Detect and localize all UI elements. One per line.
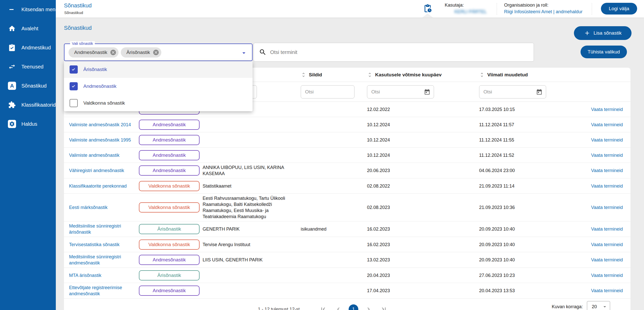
cell-owner: LIIS USIN, GENERTH PARIK — [203, 257, 301, 263]
cell-adopted-date: 10.12.2024 — [367, 122, 479, 128]
view-terms-link[interactable]: Vaata termineid — [591, 107, 623, 112]
dictionary-name-link[interactable]: Tervisestatistika sõnastik — [69, 242, 120, 247]
dropdown-caret-icon[interactable] — [240, 49, 247, 57]
next-page-icon[interactable] — [365, 306, 372, 310]
cell-modified-date: 20.09.2023 10:40 — [479, 242, 551, 248]
cell-action: Vaata termineid — [551, 152, 630, 158]
current-page-button[interactable]: 1 — [349, 304, 358, 310]
cell-adopted-date: 20.06.2023 — [367, 167, 479, 174]
cell-action: Vaata termineid — [551, 183, 630, 189]
dictionary-name-link[interactable]: Eesti märksõnastik — [69, 205, 108, 210]
selected-chip[interactable]: Ärisõnastik — [121, 47, 161, 58]
logout-button[interactable]: Logi välja — [601, 3, 637, 15]
cell-name: Vähiregistri andmesõnastik — [69, 167, 138, 174]
view-terms-link[interactable]: Vaata termineid — [591, 242, 623, 247]
calendar-icon[interactable] — [536, 89, 543, 95]
checkbox-checked-icon[interactable] — [70, 82, 78, 90]
pending-actions-icon[interactable] — [423, 4, 432, 13]
chip-remove-icon[interactable] — [153, 49, 159, 56]
column-header-label: Kasutusele võtmise kuupäev — [375, 72, 442, 78]
search-icon — [259, 48, 267, 56]
cell-type: Valdkonna sõnastik — [138, 202, 203, 213]
view-terms-link[interactable]: Vaata termineid — [591, 122, 623, 127]
checkbox-checked-icon[interactable] — [70, 65, 78, 74]
cell-owner: Eesti Rahvusraamatukogu, Tartu Ülikooli … — [203, 195, 301, 220]
sidebar-item-andmestikud[interactable]: Andmestikud — [0, 41, 56, 54]
dictionary-name-link[interactable]: Meditsiinilise sünniregistri ärisõnastik — [69, 223, 121, 235]
cell-name: Valimiste andmesõnastik 1995 — [69, 137, 138, 143]
dictionary-name-link[interactable]: Ettevõtjate registreerimise andmesõnasti… — [69, 285, 122, 296]
previous-page-icon[interactable] — [335, 306, 342, 310]
view-terms-link[interactable]: Vaata termineid — [591, 168, 623, 173]
cell-type: Andmesõnastik — [138, 120, 203, 130]
view-terms-link[interactable]: Vaata termineid — [591, 227, 623, 232]
last-page-icon[interactable] — [380, 306, 387, 310]
type-badge: Valdkonna sõnastik — [139, 181, 200, 191]
cell-modified-date: 11.12.2024 11:57 — [479, 122, 551, 128]
view-terms-link[interactable]: Vaata termineid — [591, 288, 623, 293]
selected-chip[interactable]: Andmesõnastik — [69, 47, 119, 58]
filter-input-tags[interactable] — [301, 85, 354, 98]
sort-icon — [479, 72, 485, 78]
dictionary-name-link[interactable]: Valimiste andmesõnastik 2014 — [69, 122, 131, 127]
view-terms-link[interactable]: Vaata termineid — [591, 257, 623, 262]
cell-action: Vaata termineid — [551, 167, 630, 174]
per-page-select[interactable]: 20 — [587, 301, 610, 310]
dropdown-option--ris-nastik[interactable]: Ärisõnastik — [64, 61, 253, 78]
dictionary-name-link[interactable]: MTA ärisõnastik — [69, 273, 101, 278]
user-name: KERLI PÄRTEL — [445, 9, 487, 15]
chip-remove-icon[interactable] — [110, 49, 116, 56]
dictionary-name-link[interactable]: Valimiste andmesõnastik 1995 — [69, 137, 131, 143]
collapse-menu-icon — [8, 6, 16, 13]
cell-type: Andmesõnastik — [138, 150, 203, 160]
dictionary-name-link[interactable]: Vähiregistri andmesõnastik — [69, 168, 124, 173]
calendar-icon[interactable] — [424, 89, 430, 95]
first-page-icon[interactable] — [320, 306, 327, 310]
checkbox-unchecked-icon[interactable] — [70, 99, 78, 107]
pagination-row: 1 - 12 tulemust 12-st 1 Kuvan korraga: 2… — [64, 299, 630, 310]
view-terms-link[interactable]: Vaata termineid — [591, 184, 623, 189]
type-badge: Andmesõnastik — [139, 135, 200, 145]
cell-adopted-date: 16.02.2023 — [367, 242, 479, 248]
org-label: Organisatsioon ja roll: — [504, 3, 583, 8]
dropdown-option-valdkonna-s-nastik[interactable]: Valdkonna sõnastik — [64, 95, 253, 111]
dictionary-multiselect[interactable]: Vali sõnastik AndmesõnastikÄrisõnastik — [64, 44, 253, 61]
dropdown-option-andmes-nastik[interactable]: Andmesõnastik — [64, 78, 253, 95]
view-terms-link[interactable]: Vaata termineid — [591, 153, 623, 158]
add-dictionary-button[interactable]: Lisa sõnastik — [574, 26, 632, 40]
column-header-viimati[interactable]: Viimati muudetud — [479, 72, 551, 78]
column-header-sildid[interactable]: Sildid — [301, 72, 367, 78]
table-body: Andmesõnastik12.02.202217.03.2025 10:15V… — [64, 102, 630, 299]
column-header-label: Viimati muudetud — [487, 72, 528, 78]
dictionary-name-link[interactable]: Valimiste andmesõnastik — [69, 153, 120, 158]
cell-type: Andmesõnastik — [138, 286, 203, 296]
cell-action: Vaata termineid — [551, 226, 630, 232]
type-badge: Ärisõnastik — [139, 224, 200, 234]
column-header-kasutusele[interactable]: Kasutusele võtmise kuupäev — [367, 72, 479, 78]
dictionary-name-link[interactable]: Klassifikaatorite perekonnad — [69, 184, 127, 189]
sidebar-item-s-nastikud[interactable]: ASõnastikud — [0, 79, 56, 92]
sort-icon — [301, 72, 306, 78]
table-row: Eesti märksõnastikValdkonna sõnastikEest… — [64, 194, 630, 221]
view-terms-link[interactable]: Vaata termineid — [591, 273, 623, 278]
clear-selection-button[interactable]: Tühista valikud — [581, 46, 627, 58]
chip-label: Ärisõnastik — [126, 50, 150, 55]
search-input[interactable] — [270, 49, 520, 55]
chip-label: Andmesõnastik — [74, 50, 107, 55]
cell-adopted-date: 16.02.2023 — [367, 226, 479, 232]
sidebar-item-avaleht[interactable]: Avaleht — [0, 22, 56, 35]
topbar: Sõnastikud Sõnastikud Kasutaja: KERLI PÄ… — [56, 0, 644, 18]
cell-owner: Tervise Arengu Instituut — [203, 242, 301, 248]
sidebar-item-haldus[interactable]: Haldus — [0, 117, 56, 131]
dictionary-name-link[interactable]: Meditsiinilise sünniregistri andmesõnast… — [69, 254, 121, 265]
admin-icon — [8, 120, 16, 128]
cell-name: Klassifikaatorite perekonnad — [69, 183, 138, 189]
plus-icon — [584, 30, 590, 36]
view-terms-link[interactable]: Vaata termineid — [591, 205, 623, 210]
multiselect-label: Vali sõnastik — [70, 41, 95, 46]
sidebar-item-teenused[interactable]: Teenused — [0, 60, 56, 73]
sidebar-item-klassifikaatorid[interactable]: Klassifikaatorid — [0, 98, 56, 111]
cell-type: Valdkonna sõnastik — [138, 181, 203, 191]
view-terms-link[interactable]: Vaata termineid — [591, 137, 623, 143]
sidebar-item-kitsendan-men-[interactable]: Kitsendan menüü — [0, 3, 56, 16]
